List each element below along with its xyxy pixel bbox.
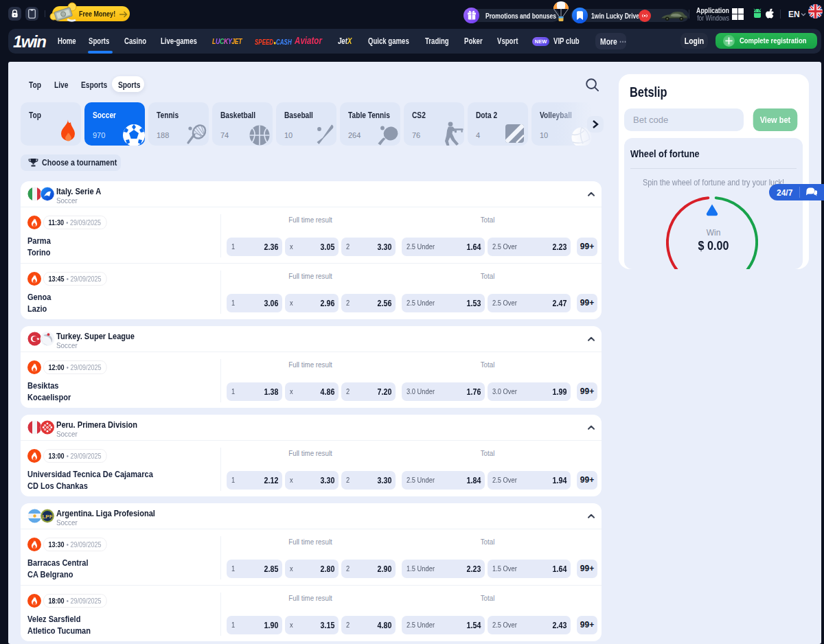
svg-text:LPF: LPF <box>42 514 52 520</box>
